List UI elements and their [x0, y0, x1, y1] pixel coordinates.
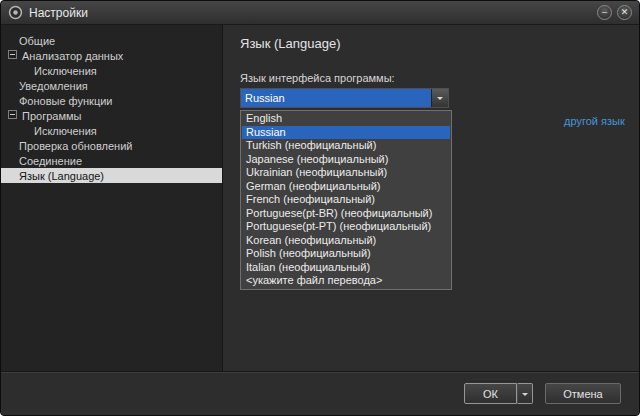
sidebar-item-label: Проверка обновлений — [1, 140, 132, 152]
settings-nav: ОбщиеАнализатор данныхИсключенияУведомле… — [1, 25, 223, 371]
app-logo-icon — [8, 5, 23, 20]
language-dropdown-list: EnglishRussianTurkish (неофициальный)Jap… — [240, 110, 452, 290]
sidebar-item[interactable]: Фоновые функции — [1, 93, 222, 108]
footer-bar: ОК Отмена — [1, 371, 639, 415]
window-title: Настройки — [29, 6, 88, 20]
sidebar-item-label: Фоновые функции — [1, 95, 113, 107]
dropdown-item[interactable]: Japanese (неофициальный) — [242, 153, 450, 167]
sidebar-item[interactable]: Уведомления — [1, 78, 222, 93]
close-button[interactable]: ✕ — [617, 5, 632, 20]
titlebar[interactable]: Настройки – ✕ — [1, 1, 639, 25]
ok-split-button: ОК — [464, 383, 533, 404]
minimize-button[interactable]: – — [597, 5, 612, 20]
sidebar-item[interactable]: Проверка обновлений — [1, 138, 222, 153]
page-title: Язык (Language) — [240, 36, 341, 51]
dropdown-item[interactable]: Portuguese(pt-BR) (неофициальный) — [242, 207, 450, 221]
dropdown-item[interactable]: Italian (неофициальный) — [242, 261, 450, 275]
sidebar-item[interactable]: Исключения — [1, 63, 222, 78]
dropdown-item[interactable]: Korean (неофициальный) — [242, 234, 450, 248]
sidebar-item-label: Исключения — [1, 125, 97, 137]
cancel-button[interactable]: Отмена — [545, 383, 621, 404]
sidebar-item[interactable]: Общие — [1, 33, 222, 48]
sidebar-item[interactable]: Анализатор данных — [1, 48, 222, 63]
window-controls: – ✕ — [597, 5, 632, 20]
interface-language-label: Язык интерфейса программы: — [240, 72, 395, 84]
dropdown-item[interactable]: French (неофициальный) — [242, 193, 450, 207]
chevron-down-icon[interactable] — [431, 89, 448, 107]
dropdown-item[interactable]: Portuguese(pt-PT) (неофициальный) — [242, 220, 450, 234]
sidebar-item[interactable]: Исключения — [1, 123, 222, 138]
sidebar-item-label: Соединение — [1, 155, 82, 167]
dropdown-item[interactable]: Ukrainian (неофициальный) — [242, 166, 450, 180]
sidebar-item[interactable]: Программы — [1, 108, 222, 123]
ok-dropdown-arrow-icon[interactable] — [517, 383, 533, 404]
content-area: ОбщиеАнализатор данныхИсключенияУведомле… — [1, 25, 639, 371]
translate-help-link[interactable]: другой язык — [564, 115, 625, 127]
dropdown-item[interactable]: <укажите файл перевода> — [242, 274, 450, 288]
sidebar-item-label: Исключения — [1, 65, 97, 77]
dropdown-item[interactable]: Russian — [242, 126, 450, 140]
sidebar-item[interactable]: Язык (Language) — [1, 168, 222, 183]
sidebar-item-label: Общие — [1, 35, 55, 47]
dropdown-item[interactable]: English — [242, 112, 450, 126]
sidebar-item-label: Анализатор данных — [1, 50, 123, 62]
collapse-minus-icon[interactable] — [8, 50, 17, 59]
sidebar-item-label: Уведомления — [1, 80, 88, 92]
combobox-value: Russian — [241, 89, 431, 107]
dropdown-item[interactable]: Polish (неофициальный) — [242, 247, 450, 261]
language-combobox[interactable]: Russian — [240, 88, 449, 108]
dropdown-item[interactable]: Turkish (неофициальный) — [242, 139, 450, 153]
collapse-minus-icon[interactable] — [8, 110, 17, 119]
ok-button[interactable]: ОК — [464, 383, 517, 404]
language-settings-panel: Язык (Language) Язык интерфейса программ… — [223, 25, 639, 371]
sidebar-item-label: Язык (Language) — [1, 170, 104, 182]
sidebar-item[interactable]: Соединение — [1, 153, 222, 168]
settings-window: Настройки – ✕ ОбщиеАнализатор данныхИскл… — [0, 0, 640, 416]
dropdown-item[interactable]: German (неофициальный) — [242, 180, 450, 194]
